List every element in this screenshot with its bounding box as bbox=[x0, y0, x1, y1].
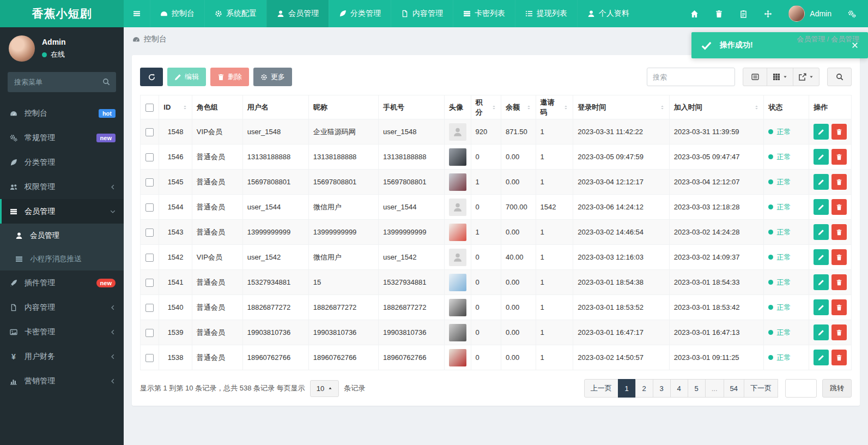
delete-row-button[interactable] bbox=[831, 224, 847, 240]
col-header-login-time[interactable]: 登录时间 bbox=[573, 95, 670, 119]
delete-row-button[interactable] bbox=[831, 124, 847, 140]
edit-row-button[interactable] bbox=[814, 274, 829, 290]
topnav-item-withdraw-list[interactable]: 提现列表 bbox=[515, 0, 577, 27]
page-item-page-54[interactable]: 54 bbox=[724, 379, 744, 398]
sidebar-item-category[interactable]: 分类管理 bbox=[0, 150, 124, 175]
page-jump-button[interactable]: 跳转 bbox=[822, 379, 852, 398]
col-header-score[interactable]: 积分 bbox=[471, 95, 501, 119]
refresh-button[interactable] bbox=[140, 68, 163, 86]
row-checkbox[interactable] bbox=[145, 279, 154, 287]
page-item-page-4[interactable]: 4 bbox=[670, 379, 688, 398]
topbar-user-menu[interactable]: Admin bbox=[788, 5, 831, 22]
cell-score: 0 bbox=[471, 270, 501, 295]
topnav-item-member-manage[interactable]: 会员管理 bbox=[266, 0, 329, 27]
cell-username: 13999999999 bbox=[242, 220, 308, 245]
delete-row-button[interactable] bbox=[831, 299, 847, 315]
sidebar-subitem-mini-program-push[interactable]: 小程序消息推送 bbox=[0, 247, 124, 270]
row-checkbox[interactable] bbox=[145, 178, 154, 187]
topnav-item-label: 提现列表 bbox=[537, 9, 567, 19]
col-header-invite-code[interactable]: 邀请码 bbox=[536, 95, 573, 119]
cell-id: 1540 bbox=[159, 295, 192, 320]
edit-row-button[interactable] bbox=[814, 199, 829, 215]
expand-icon[interactable] bbox=[764, 10, 772, 18]
col-header-id[interactable]: ID bbox=[159, 95, 192, 119]
edit-button[interactable]: 编辑 bbox=[167, 68, 206, 86]
gauge-icon bbox=[160, 10, 168, 17]
row-checkbox[interactable] bbox=[145, 354, 154, 362]
topnav-item-content-manage[interactable]: 内容管理 bbox=[391, 0, 453, 27]
status-dot-icon bbox=[768, 280, 773, 285]
delete-row-button[interactable] bbox=[831, 149, 847, 165]
menu-search-input[interactable] bbox=[8, 72, 116, 92]
page-item-page-2[interactable]: 2 bbox=[635, 379, 653, 398]
delete-row-button[interactable] bbox=[831, 350, 847, 365]
topnav-item-console[interactable]: 控制台 bbox=[150, 0, 204, 27]
detail-view-button[interactable] bbox=[743, 68, 767, 86]
table-search-input[interactable] bbox=[647, 68, 735, 86]
page-item-next[interactable]: 下一页 bbox=[744, 379, 778, 398]
topnav-item-system-config[interactable]: 系统配置 bbox=[204, 0, 266, 27]
page-item-page-1[interactable]: 1 bbox=[618, 379, 636, 398]
delete-row-button[interactable] bbox=[831, 174, 847, 190]
home-icon[interactable] bbox=[690, 10, 699, 18]
topnav-item-card-list[interactable]: 卡密列表 bbox=[453, 0, 515, 27]
status-dot-icon bbox=[768, 330, 773, 335]
sidebar-toggle-button[interactable] bbox=[124, 0, 150, 27]
delete-row-button[interactable] bbox=[831, 249, 847, 265]
sidebar-item-card[interactable]: 卡密管理 bbox=[0, 320, 124, 344]
export-icon bbox=[799, 73, 806, 81]
cell-score: 1 bbox=[471, 220, 501, 245]
more-button[interactable]: 更多 bbox=[253, 68, 292, 86]
page-item-page-5[interactable]: 5 bbox=[688, 379, 706, 398]
col-header-label: 余额 bbox=[506, 103, 520, 112]
select-all-checkbox[interactable] bbox=[145, 104, 154, 112]
page-size-select[interactable]: 10 bbox=[310, 380, 339, 397]
sidebar-item-finance[interactable]: ¥用户财务 bbox=[0, 344, 124, 369]
columns-button[interactable] bbox=[767, 68, 793, 86]
row-checkbox[interactable] bbox=[145, 254, 154, 262]
edit-row-button[interactable] bbox=[814, 324, 829, 340]
row-checkbox[interactable] bbox=[145, 153, 154, 161]
gears-icon[interactable] bbox=[848, 10, 856, 18]
export-button[interactable] bbox=[793, 68, 820, 86]
edit-row-button[interactable] bbox=[814, 350, 829, 365]
sidebar-subitem-member-manage[interactable]: 会员管理 bbox=[0, 224, 124, 247]
row-checkbox[interactable] bbox=[145, 128, 154, 136]
cell-group: 普通会员 bbox=[192, 320, 242, 345]
edit-row-button[interactable] bbox=[814, 149, 829, 165]
edit-row-button[interactable] bbox=[814, 249, 829, 265]
row-checkbox[interactable] bbox=[145, 304, 154, 312]
delete-row-button[interactable] bbox=[831, 199, 847, 215]
col-header-money[interactable]: 余额 bbox=[501, 95, 536, 119]
sidebar-item-content[interactable]: 内容管理 bbox=[0, 295, 124, 320]
delete-row-button[interactable] bbox=[831, 274, 847, 290]
trash-icon[interactable] bbox=[715, 10, 723, 18]
page-item-prev[interactable]: 上一页 bbox=[584, 379, 618, 398]
edit-row-button[interactable] bbox=[814, 174, 829, 190]
topnav-item-profile[interactable]: 个人资料 bbox=[577, 0, 639, 27]
edit-row-button[interactable] bbox=[814, 224, 829, 240]
topnav-item-category-manage[interactable]: 分类管理 bbox=[329, 0, 391, 27]
row-checkbox[interactable] bbox=[145, 228, 154, 237]
sidebar-item-marketing[interactable]: 营销管理 bbox=[0, 369, 124, 393]
sidebar-item-member[interactable]: 会员管理 bbox=[0, 199, 124, 224]
col-header-join-time[interactable]: 加入时间 bbox=[669, 95, 764, 119]
clipboard-icon[interactable] bbox=[739, 10, 748, 18]
user-avatar bbox=[449, 249, 466, 266]
edit-row-button[interactable] bbox=[814, 124, 829, 140]
edit-row-button[interactable] bbox=[814, 299, 829, 315]
sidebar-item-general[interactable]: 常规管理new bbox=[0, 125, 124, 150]
search-icon bbox=[102, 78, 110, 86]
table-row: 1546普通会员13138188888131381888881313818888… bbox=[141, 145, 852, 170]
status-dot-icon bbox=[768, 230, 773, 234]
delete-button[interactable]: 删除 bbox=[210, 68, 249, 86]
search-button[interactable] bbox=[827, 68, 852, 86]
row-checkbox[interactable] bbox=[145, 203, 154, 212]
sidebar-item-auth[interactable]: 权限管理 bbox=[0, 175, 124, 199]
delete-row-button[interactable] bbox=[831, 324, 847, 340]
page-item-page-3[interactable]: 3 bbox=[653, 379, 671, 398]
page-jump-input[interactable] bbox=[785, 379, 817, 398]
row-checkbox[interactable] bbox=[145, 329, 154, 337]
sidebar-item-console[interactable]: 控制台hot bbox=[0, 101, 124, 125]
sidebar-item-addon[interactable]: 插件管理new bbox=[0, 270, 124, 295]
